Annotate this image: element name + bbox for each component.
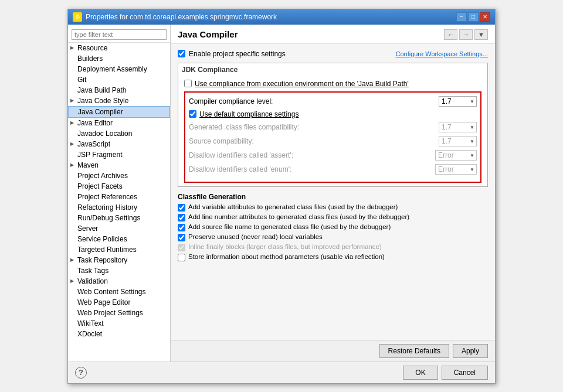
- source-compat-label: Source compatibility:: [189, 137, 439, 145]
- sidebar-triangle-java-editor: ▶: [70, 120, 76, 125]
- sidebar-label-web-content-settings: Web Content Settings: [77, 288, 146, 296]
- sidebar-item-java-compiler[interactable]: Java Compiler: [68, 106, 170, 118]
- use-compliance-row: Use compliance from execution environmen…: [184, 80, 481, 88]
- check6-checkbox[interactable]: [178, 254, 185, 261]
- compiler-compliance-row: Compiler compliance level: 1.7 1.3 1.4 1…: [189, 96, 477, 107]
- sidebar-item-web-content-settings[interactable]: Web Content Settings: [68, 287, 170, 297]
- main-content: Enable project specific settings Configu…: [171, 44, 495, 340]
- enable-project-settings-label: Enable project specific settings: [189, 50, 286, 58]
- sidebar-label-refactoring-history: Refactoring History: [77, 203, 137, 212]
- sidebar-triangle-javascript: ▶: [70, 141, 76, 146]
- sidebar-label-jsp-fragment: JSP Fragment: [77, 151, 122, 159]
- check3-checkbox[interactable]: [178, 224, 185, 231]
- check5-label: Inline finally blocks (larger class file…: [188, 243, 382, 250]
- enable-project-settings-row: Enable project specific settings Configu…: [178, 50, 488, 58]
- jdk-section-title: JDK Compliance: [178, 63, 487, 76]
- check1-checkbox[interactable]: [178, 204, 185, 212]
- sidebar-item-javascript[interactable]: ▶JavaScript: [68, 139, 170, 149]
- sidebar-item-server[interactable]: Server: [68, 223, 170, 234]
- sidebar-item-java-code-style[interactable]: ▶Java Code Style: [68, 96, 170, 106]
- check4-checkbox[interactable]: [178, 234, 185, 241]
- source-compat-dropdown[interactable]: 1.7: [439, 136, 477, 146]
- sidebar-item-project-references[interactable]: Project References: [68, 192, 170, 202]
- sidebar-item-wikitext[interactable]: WikiText: [68, 318, 170, 329]
- sidebar-item-java-build-path[interactable]: Java Build Path: [68, 85, 170, 96]
- sidebar-label-javadoc-location: Javadoc Location: [77, 129, 132, 138]
- maximize-button[interactable]: □: [468, 12, 479, 22]
- restore-defaults-button[interactable]: Restore Defaults: [379, 344, 449, 358]
- check2-label: Add line number attributes to generated …: [188, 213, 409, 220]
- nav-back-button[interactable]: ←: [444, 29, 457, 40]
- nav-arrows: ← → ▼: [444, 29, 488, 40]
- sidebar-triangle-java-code-style: ▶: [70, 98, 76, 103]
- sidebar-label-resource: Resource: [77, 44, 107, 52]
- check2-checkbox[interactable]: [178, 214, 185, 221]
- sidebar-item-task-tags[interactable]: Task Tags: [68, 265, 170, 276]
- sidebar-item-run-debug-settings[interactable]: Run/Debug Settings: [68, 213, 170, 223]
- disallow-assert-row: Disallow identifiers called 'assert': Er…: [189, 150, 477, 161]
- sidebar-item-java-editor[interactable]: ▶Java Editor: [68, 118, 170, 128]
- sidebar-label-java-compiler: Java Compiler: [78, 108, 123, 116]
- sidebar-label-server: Server: [77, 224, 98, 233]
- sidebar-item-project-archives[interactable]: Project Archives: [68, 171, 170, 181]
- minimize-button[interactable]: −: [456, 12, 467, 22]
- sidebar-item-web-page-editor[interactable]: Web Page Editor: [68, 297, 170, 308]
- generated-files-dropdown-wrapper: 1.7: [439, 122, 477, 132]
- source-compat-dropdown-wrapper: 1.7: [439, 136, 477, 146]
- sidebar-item-validation[interactable]: ▶Validation: [68, 276, 170, 287]
- use-compliance-checkbox[interactable]: [184, 80, 192, 87]
- sidebar-label-targeted-runtimes: Targeted Runtimes: [77, 246, 137, 254]
- sidebar-item-xdoclet[interactable]: XDoclet: [68, 329, 170, 339]
- sidebar-label-project-references: Project References: [77, 193, 137, 201]
- sidebar-triangle-task-repository: ▶: [70, 257, 76, 263]
- app-icon: ⚙: [73, 12, 82, 22]
- sidebar-item-service-policies[interactable]: Service Policies: [68, 234, 170, 244]
- bottom-bar: Restore Defaults Apply: [171, 340, 495, 362]
- sidebar-item-builders[interactable]: Builders: [68, 53, 170, 64]
- classfile-title: Classfile Generation: [178, 193, 488, 201]
- close-button[interactable]: ✕: [480, 12, 490, 22]
- sidebar-label-validation: Validation: [77, 277, 108, 285]
- sidebar-item-project-facets[interactable]: Project Facets: [68, 181, 170, 192]
- sidebar-item-maven[interactable]: ▶Maven: [68, 160, 170, 171]
- sidebar-label-run-debug-settings: Run/Debug Settings: [77, 214, 140, 222]
- sidebar-item-web-project-settings[interactable]: Web Project Settings: [68, 308, 170, 318]
- nav-dropdown-button[interactable]: ▼: [474, 29, 488, 40]
- cancel-button[interactable]: Cancel: [442, 366, 488, 380]
- check5-checkbox: [178, 244, 185, 251]
- sidebar-item-targeted-runtimes[interactable]: Targeted Runtimes: [68, 244, 170, 255]
- sidebar-label-javascript: JavaScript: [77, 140, 110, 148]
- enable-project-settings-checkbox[interactable]: [178, 50, 185, 57]
- disallow-assert-label: Disallow identifiers called 'assert':: [189, 151, 435, 159]
- sidebar-item-deployment-assembly[interactable]: Deployment Assembly: [68, 64, 170, 74]
- sidebar-item-javadoc-location[interactable]: Javadoc Location: [68, 128, 170, 139]
- filter-input[interactable]: [72, 29, 167, 40]
- disallow-assert-dropdown[interactable]: Error Warning Ignore: [435, 150, 477, 161]
- check-item-2: Add line number attributes to generated …: [178, 213, 488, 221]
- sidebar-label-task-repository: Task Repository: [77, 256, 127, 264]
- sidebar-label-git: Git: [77, 76, 86, 84]
- generated-files-dropdown[interactable]: 1.7: [439, 122, 477, 132]
- sidebar-item-jsp-fragment[interactable]: JSP Fragment: [68, 149, 170, 160]
- sidebar-item-task-repository[interactable]: ▶Task Repository: [68, 255, 170, 265]
- compiler-compliance-dropdown[interactable]: 1.7 1.3 1.4 1.5 1.6 1.8: [439, 96, 477, 107]
- sidebar-label-builders: Builders: [77, 54, 103, 63]
- use-default-checkbox[interactable]: [189, 110, 196, 118]
- nav-forward-button[interactable]: →: [459, 29, 473, 40]
- sidebar-item-refactoring-history[interactable]: Refactoring History: [68, 202, 170, 213]
- ok-button[interactable]: OK: [403, 366, 437, 380]
- sidebar-label-deployment-assembly: Deployment Assembly: [77, 65, 147, 73]
- source-compat-row: Source compatibility: 1.7: [189, 136, 477, 146]
- apply-button[interactable]: Apply: [453, 344, 488, 358]
- sidebar-label-project-archives: Project Archives: [77, 172, 128, 180]
- configure-workspace-link[interactable]: Configure Workspace Settings...: [395, 50, 488, 57]
- disallow-enum-row: Disallow identifiers called 'enum': Erro…: [189, 164, 477, 175]
- sidebar-item-git[interactable]: Git: [68, 74, 170, 85]
- main-panel: Java Compiler ← → ▼ Enable project speci…: [171, 25, 495, 362]
- help-icon[interactable]: ?: [75, 367, 87, 379]
- jdk-compliance-section: JDK Compliance Use compliance from execu…: [178, 63, 488, 187]
- sidebar-item-resource[interactable]: ▶Resource: [68, 43, 170, 53]
- disallow-enum-dropdown[interactable]: Error Warning Ignore: [435, 164, 477, 175]
- compiler-compliance-label: Compiler compliance level:: [189, 97, 439, 105]
- check6-label: Store information about method parameter…: [188, 253, 385, 260]
